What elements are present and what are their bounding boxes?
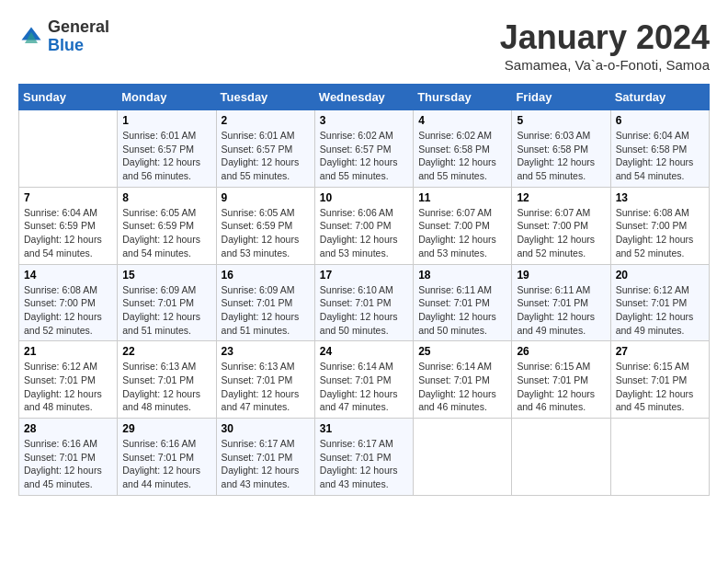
day-info: Sunrise: 6:02 AM Sunset: 6:57 PM Dayligh…: [320, 129, 408, 183]
day-number: 11: [418, 191, 506, 204]
day-info: Sunrise: 6:12 AM Sunset: 7:01 PM Dayligh…: [616, 283, 704, 338]
day-info: Sunrise: 6:14 AM Sunset: 7:01 PM Dayligh…: [320, 360, 408, 414]
day-number: 4: [418, 114, 506, 127]
day-info: Sunrise: 6:02 AM Sunset: 6:58 PM Dayligh…: [418, 129, 506, 183]
day-number: 26: [517, 345, 605, 358]
calendar-cell: [512, 419, 610, 496]
day-info: Sunrise: 6:08 AM Sunset: 7:00 PM Dayligh…: [24, 283, 112, 338]
day-info: Sunrise: 6:04 AM Sunset: 6:59 PM Dayligh…: [24, 206, 112, 260]
day-number: 27: [616, 345, 704, 358]
calendar-cell: 29Sunrise: 6:16 AM Sunset: 7:01 PM Dayli…: [118, 419, 216, 496]
day-info: Sunrise: 6:15 AM Sunset: 7:01 PM Dayligh…: [517, 360, 605, 414]
weekday-header-thursday: Thursday: [414, 85, 512, 110]
day-info: Sunrise: 6:14 AM Sunset: 7:01 PM Dayligh…: [418, 360, 506, 414]
calendar-cell: 20Sunrise: 6:12 AM Sunset: 7:01 PM Dayli…: [610, 264, 709, 341]
calendar-cell: 2Sunrise: 6:01 AM Sunset: 6:57 PM Daylig…: [216, 110, 314, 188]
day-number: 12: [517, 191, 605, 204]
weekday-header-saturday: Saturday: [610, 85, 709, 110]
day-info: Sunrise: 6:04 AM Sunset: 6:58 PM Dayligh…: [616, 129, 704, 183]
calendar-cell: 1Sunrise: 6:01 AM Sunset: 6:57 PM Daylig…: [118, 110, 216, 188]
day-number: 16: [222, 269, 310, 282]
day-number: 22: [122, 345, 210, 358]
week-row-3: 14Sunrise: 6:08 AM Sunset: 7:00 PM Dayli…: [19, 264, 710, 341]
day-number: 5: [517, 114, 605, 127]
header: General Blue January 2024 Samamea, Va`a-…: [18, 18, 710, 73]
day-number: 31: [320, 422, 408, 435]
calendar-cell: 27Sunrise: 6:15 AM Sunset: 7:01 PM Dayli…: [610, 341, 709, 419]
calendar-cell: [19, 110, 118, 188]
day-info: Sunrise: 6:10 AM Sunset: 7:01 PM Dayligh…: [320, 283, 408, 338]
calendar-cell: 6Sunrise: 6:04 AM Sunset: 6:58 PM Daylig…: [610, 110, 709, 188]
calendar-cell: 23Sunrise: 6:13 AM Sunset: 7:01 PM Dayli…: [216, 341, 314, 419]
day-info: Sunrise: 6:06 AM Sunset: 7:00 PM Dayligh…: [320, 206, 408, 260]
day-number: 19: [517, 269, 605, 282]
day-number: 23: [222, 345, 310, 358]
day-info: Sunrise: 6:01 AM Sunset: 6:57 PM Dayligh…: [122, 129, 210, 183]
day-info: Sunrise: 6:09 AM Sunset: 7:01 PM Dayligh…: [222, 283, 310, 338]
calendar-cell: 19Sunrise: 6:11 AM Sunset: 7:01 PM Dayli…: [512, 264, 610, 341]
calendar-cell: 21Sunrise: 6:12 AM Sunset: 7:01 PM Dayli…: [19, 341, 118, 419]
day-info: Sunrise: 6:13 AM Sunset: 7:01 PM Dayligh…: [222, 360, 310, 414]
calendar-cell: 11Sunrise: 6:07 AM Sunset: 7:00 PM Dayli…: [414, 187, 512, 264]
day-number: 6: [616, 114, 704, 127]
week-row-2: 7Sunrise: 6:04 AM Sunset: 6:59 PM Daylig…: [19, 187, 710, 264]
day-number: 8: [122, 191, 210, 204]
calendar-cell: 30Sunrise: 6:17 AM Sunset: 7:01 PM Dayli…: [216, 419, 314, 496]
calendar-subtitle: Samamea, Va`a-o-Fonoti, Samoa: [500, 57, 710, 73]
day-info: Sunrise: 6:07 AM Sunset: 7:00 PM Dayligh…: [517, 206, 605, 260]
day-number: 30: [222, 422, 310, 435]
day-number: 24: [320, 345, 408, 358]
calendar-cell: 25Sunrise: 6:14 AM Sunset: 7:01 PM Dayli…: [414, 341, 512, 419]
calendar-cell: 7Sunrise: 6:04 AM Sunset: 6:59 PM Daylig…: [19, 187, 118, 264]
day-number: 17: [320, 269, 408, 282]
logo: General Blue: [18, 18, 109, 55]
day-info: Sunrise: 6:11 AM Sunset: 7:01 PM Dayligh…: [517, 283, 605, 338]
calendar-cell: 8Sunrise: 6:05 AM Sunset: 6:59 PM Daylig…: [118, 187, 216, 264]
calendar-cell: 15Sunrise: 6:09 AM Sunset: 7:01 PM Dayli…: [118, 264, 216, 341]
day-info: Sunrise: 6:15 AM Sunset: 7:01 PM Dayligh…: [616, 360, 704, 414]
week-row-1: 1Sunrise: 6:01 AM Sunset: 6:57 PM Daylig…: [19, 110, 710, 188]
calendar-cell: 18Sunrise: 6:11 AM Sunset: 7:01 PM Dayli…: [414, 264, 512, 341]
weekday-header-sunday: Sunday: [19, 85, 118, 110]
day-number: 9: [222, 191, 310, 204]
calendar-cell: 12Sunrise: 6:07 AM Sunset: 7:00 PM Dayli…: [512, 187, 610, 264]
day-number: 28: [24, 422, 112, 435]
day-number: 7: [24, 191, 112, 204]
calendar-cell: 5Sunrise: 6:03 AM Sunset: 6:58 PM Daylig…: [512, 110, 610, 188]
calendar-cell: 9Sunrise: 6:05 AM Sunset: 6:59 PM Daylig…: [216, 187, 314, 264]
day-number: 18: [418, 269, 506, 282]
day-info: Sunrise: 6:05 AM Sunset: 6:59 PM Dayligh…: [122, 206, 210, 260]
calendar-cell: 22Sunrise: 6:13 AM Sunset: 7:01 PM Dayli…: [118, 341, 216, 419]
calendar-title: January 2024: [500, 18, 710, 57]
calendar-cell: 16Sunrise: 6:09 AM Sunset: 7:01 PM Dayli…: [216, 264, 314, 341]
day-info: Sunrise: 6:17 AM Sunset: 7:01 PM Dayligh…: [320, 437, 408, 491]
day-info: Sunrise: 6:07 AM Sunset: 7:00 PM Dayligh…: [418, 206, 506, 260]
calendar-cell: 24Sunrise: 6:14 AM Sunset: 7:01 PM Dayli…: [314, 341, 413, 419]
day-number: 20: [616, 269, 704, 282]
logo-general-text: General: [48, 17, 109, 36]
day-info: Sunrise: 6:01 AM Sunset: 6:57 PM Dayligh…: [222, 129, 310, 183]
day-number: 25: [418, 345, 506, 358]
calendar-table: SundayMondayTuesdayWednesdayThursdayFrid…: [18, 84, 710, 496]
day-info: Sunrise: 6:16 AM Sunset: 7:01 PM Dayligh…: [122, 437, 210, 491]
day-info: Sunrise: 6:16 AM Sunset: 7:01 PM Dayligh…: [24, 437, 112, 491]
calendar-cell: 10Sunrise: 6:06 AM Sunset: 7:00 PM Dayli…: [314, 187, 413, 264]
day-number: 3: [320, 114, 408, 127]
calendar-cell: 3Sunrise: 6:02 AM Sunset: 6:57 PM Daylig…: [314, 110, 413, 188]
day-info: Sunrise: 6:17 AM Sunset: 7:01 PM Dayligh…: [222, 437, 310, 491]
day-info: Sunrise: 6:05 AM Sunset: 6:59 PM Dayligh…: [222, 206, 310, 260]
day-number: 10: [320, 191, 408, 204]
day-number: 13: [616, 191, 704, 204]
day-number: 21: [24, 345, 112, 358]
calendar-cell: 14Sunrise: 6:08 AM Sunset: 7:00 PM Dayli…: [19, 264, 118, 341]
calendar-cell: 28Sunrise: 6:16 AM Sunset: 7:01 PM Dayli…: [19, 419, 118, 496]
weekday-header-friday: Friday: [512, 85, 610, 110]
day-number: 2: [222, 114, 310, 127]
weekday-header-row: SundayMondayTuesdayWednesdayThursdayFrid…: [19, 85, 710, 110]
calendar-cell: [610, 419, 709, 496]
day-number: 14: [24, 269, 112, 282]
day-number: 29: [122, 422, 210, 435]
calendar-cell: 13Sunrise: 6:08 AM Sunset: 7:00 PM Dayli…: [610, 187, 709, 264]
calendar-cell: [414, 419, 512, 496]
title-block: January 2024 Samamea, Va`a-o-Fonoti, Sam…: [500, 18, 710, 73]
